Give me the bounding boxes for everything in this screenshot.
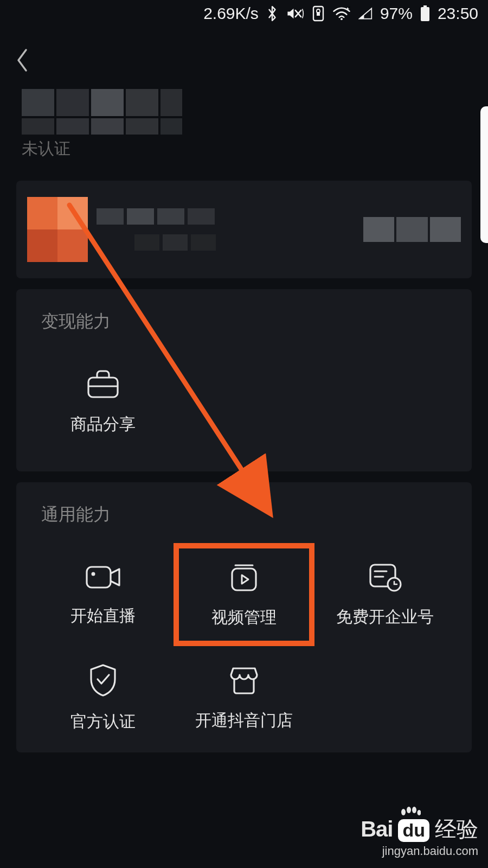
banner-button-redacted [363,217,461,242]
scroll-indicator[interactable] [480,106,488,243]
banner-text-redacted [97,208,355,251]
svg-point-4 [341,18,343,20]
network-speed: 2.69K/s [203,4,259,23]
video-folder-icon [228,561,260,593]
shield-check-icon [88,663,118,698]
svg-point-17 [401,809,406,815]
nav-header [0,37,488,86]
item-video-manage[interactable]: 视频管理 [174,543,314,646]
back-button[interactable] [15,48,30,75]
watermark: Bai du 经验 jingyan.baidu.com [361,814,478,858]
creator-banner-card[interactable] [16,181,472,278]
banner-thumb [27,197,88,262]
svg-rect-5 [423,5,427,7]
svg-rect-9 [87,567,111,588]
item-label: 免费开企业号 [336,606,434,628]
item-product-share[interactable]: 商品分享 [33,350,174,453]
redacted-username-sub [22,118,466,135]
wm-brand-right: 经验 [435,814,478,844]
item-official-verify[interactable]: 官方认证 [33,646,174,749]
camera-icon [84,563,123,592]
section-title-general: 通用能力 [16,482,472,527]
item-open-store[interactable]: 开通抖音门店 [174,646,314,749]
svg-point-18 [407,807,411,813]
svg-point-10 [92,572,95,576]
bluetooth-icon [266,5,278,22]
battery-icon [420,5,430,22]
signal-icon [358,7,373,20]
verify-status: 未认证 [22,138,466,160]
wifi-icon [332,7,351,21]
status-bar: 2.69K/s 97% 23:50 [0,0,488,27]
section-title-monetize: 变现能力 [16,289,472,334]
wm-url: jingyan.baidu.com [361,844,478,858]
wm-brand-box: du [398,819,429,842]
general-section: 通用能力 开始直播 视频管理 免费开企业号 官方认证 [16,482,472,752]
wm-brand-left: Bai [361,817,393,841]
item-free-enterprise[interactable]: 免费开企业号 [314,543,455,646]
clock: 23:50 [438,4,478,23]
svg-point-19 [412,807,416,813]
battery-percent: 97% [380,4,413,23]
item-label: 商品分享 [70,413,136,436]
item-label: 官方认证 [70,711,136,733]
item-start-live[interactable]: 开始直播 [33,543,174,646]
svg-rect-3 [317,12,320,16]
mute-vibrate-icon [286,5,304,22]
paw-icon [399,807,421,820]
profile-block: 未认证 [0,89,488,160]
svg-rect-11 [232,569,256,590]
monetize-section: 变现能力 商品分享 [16,289,472,471]
calendar-clock-icon [367,561,403,593]
item-label: 开始直播 [70,605,136,627]
briefcase-icon [85,368,121,400]
svg-point-20 [418,810,421,815]
item-label: 开通抖音门店 [195,710,293,732]
svg-rect-6 [421,7,429,21]
item-label: 视频管理 [211,607,277,629]
svg-rect-7 [88,378,118,397]
redacted-username [22,89,466,116]
store-icon [228,664,260,697]
card-lock-icon [312,5,325,22]
